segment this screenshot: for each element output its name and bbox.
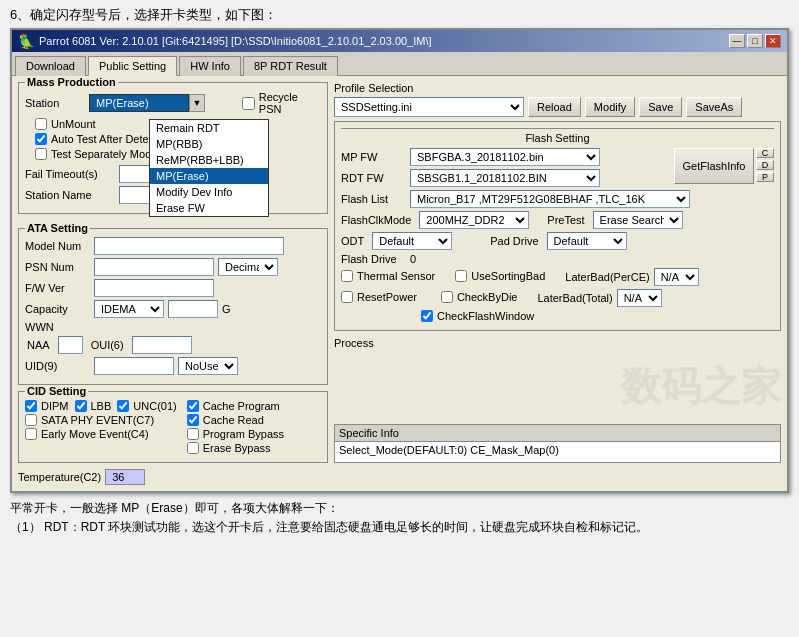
uid-label: UID(9)	[25, 360, 90, 372]
model-num-input[interactable]: TEAM SSD GT1-240GB	[94, 237, 284, 255]
pretest-select[interactable]: Erase Search	[593, 211, 683, 229]
odt-padrive-row: ODT Default Pad Drive Default	[341, 232, 774, 250]
process-label: Process	[334, 337, 781, 349]
check-by-die-checkbox[interactable]	[441, 291, 453, 303]
dipm-checkbox[interactable]	[25, 400, 37, 412]
dropdown-item-modify-dev[interactable]: Modify Dev Info	[150, 184, 268, 200]
side-btn-d[interactable]: D	[756, 160, 774, 170]
later-bad-per-ce: LaterBad(PerCE) N/A	[565, 268, 698, 286]
modify-button[interactable]: Modify	[585, 97, 635, 117]
thermal-sensor-label: Thermal Sensor	[357, 270, 435, 282]
rdt-fw-select[interactable]: SBSGB1.1_20181102.BIN	[410, 169, 600, 187]
save-as-button[interactable]: SaveAs	[686, 97, 742, 117]
page-wrapper: 6、确定闪存型号后，选择开卡类型，如下图： 🦜 Parrot 6081 Ver:…	[0, 0, 799, 543]
erase-bypass-checkbox[interactable]	[187, 442, 199, 454]
pad-drive-select[interactable]: Default	[547, 232, 627, 250]
station-dropdown-menu: Remain RDT MP(RBB) ReMP(RBB+LBB) MP(Eras…	[149, 119, 269, 217]
unmount-checkbox[interactable]	[35, 118, 47, 130]
lbb-label: LBB	[91, 400, 112, 412]
profile-select[interactable]: SSDSetting.ini	[334, 97, 524, 117]
dropdown-item-erase-fw[interactable]: Erase FW	[150, 200, 268, 216]
early-move-checkbox[interactable]	[25, 428, 37, 440]
save-button[interactable]: Save	[639, 97, 682, 117]
fw-ver-input[interactable]: SBFMBA.3	[94, 279, 214, 297]
mp-fw-select[interactable]: SBFGBA.3_20181102.bin	[410, 148, 600, 166]
cid-settings-group: CID Setting DIPM LBB UNC(01)	[18, 391, 328, 463]
reset-power-checkbox[interactable]	[341, 291, 353, 303]
dropdown-item-mp-erase[interactable]: MP(Erase)	[150, 168, 268, 184]
fail-timeout-label: Fail Timeout(s)	[25, 168, 115, 180]
psn-num-input[interactable]: AA2419460011	[94, 258, 214, 276]
get-flash-info-button[interactable]: GetFlashInfo	[674, 148, 754, 184]
minimize-button[interactable]: —	[729, 34, 745, 48]
station-select-wrapper: MP(Erase) ▼ Remain RDT MP(RBB) ReMP(RBB+…	[89, 94, 205, 112]
station-dropdown-display[interactable]: MP(Erase) ▼	[89, 94, 205, 112]
later-bad-total-select[interactable]: N/A	[617, 289, 662, 307]
recycle-psn-checkbox[interactable]	[242, 97, 255, 110]
station-dropdown-arrow[interactable]: ▼	[189, 94, 205, 112]
cache-read-checkbox[interactable]	[187, 414, 199, 426]
flash-clk-select[interactable]: 200MHZ_DDR2	[419, 211, 529, 229]
profile-selection-title: Profile Selection	[334, 82, 781, 94]
early-move-row: Early Move Event(C4)	[25, 428, 177, 440]
flash-list-row: Flash List Micron_B17 ,MT29F512G08EBHAF …	[341, 190, 774, 208]
check-flash-window-checkbox[interactable]	[421, 310, 433, 322]
lbb-checkbox[interactable]	[75, 400, 87, 412]
capacity-label: Capacity	[25, 303, 90, 315]
use-sorting-bad-checkbox[interactable]	[455, 270, 467, 282]
side-btn-c[interactable]: C	[756, 148, 774, 158]
psn-num-label: PSN Num	[25, 261, 90, 273]
program-bypass-checkbox[interactable]	[187, 428, 199, 440]
temperature-value: 36	[105, 469, 145, 485]
uid-input[interactable]: 000000000	[94, 357, 174, 375]
capacity-unit: G	[222, 303, 231, 315]
nouse-select[interactable]: NoUse	[178, 357, 238, 375]
fw-ver-label: F/W Ver	[25, 282, 90, 294]
watermark: 数码之家	[334, 359, 781, 414]
cache-program-checkbox[interactable]	[187, 400, 199, 412]
check-flash-window-label: CheckFlashWindow	[437, 310, 534, 322]
reset-power-check-die-row: ResetPower CheckByDie LaterBad(Total) N/…	[341, 289, 774, 307]
flash-setting-group: Flash Setting MP FW SBFGBA.3_20181102.bi…	[334, 121, 781, 331]
reload-button[interactable]: Reload	[528, 97, 581, 117]
temperature-label: Temperature(C2)	[18, 471, 101, 483]
thermal-sensor-row: Thermal Sensor	[341, 270, 435, 282]
unc01-checkbox[interactable]	[117, 400, 129, 412]
cid-right-checkboxes: Cache Program Cache Read Program Bypass	[187, 400, 284, 456]
capacity-dropdown[interactable]: IDEMA	[94, 300, 164, 318]
watermark-text: 数码之家	[621, 359, 781, 414]
capacity-input[interactable]: 240	[168, 300, 218, 318]
naa-input[interactable]: 0	[58, 336, 83, 354]
psn-format-select[interactable]: Decimal	[218, 258, 278, 276]
later-bad-per-ce-select[interactable]: N/A	[654, 268, 699, 286]
profile-row: SSDSetting.ini Reload Modify Save SaveAs	[334, 97, 781, 117]
auto-test-checkbox[interactable]	[35, 133, 47, 145]
dropdown-item-mp-rbb[interactable]: MP(RBB)	[150, 136, 268, 152]
tab-public-setting[interactable]: Public Setting	[88, 56, 177, 76]
mp-fw-row: MP FW SBFGBA.3_20181102.bin	[341, 148, 670, 166]
mass-production-group: Mass Production Station MP(Erase) ▼ Rema…	[18, 82, 328, 214]
oui-input[interactable]: 000000	[132, 336, 192, 354]
thermal-sensor-checkbox[interactable]	[341, 270, 353, 282]
naa-row: NAA 0 OUI(6) 000000	[27, 336, 321, 354]
later-bad-per-ce-label: LaterBad(PerCE)	[565, 271, 649, 283]
station-selected-value: MP(Erase)	[89, 94, 189, 112]
sata-phy-checkbox[interactable]	[25, 414, 37, 426]
test-separately-checkbox[interactable]	[35, 148, 47, 160]
pretest-label: PreTest	[547, 214, 584, 226]
psn-num-row: PSN Num AA2419460011 Decimal	[25, 258, 321, 276]
tab-hw-info[interactable]: HW Info	[179, 56, 241, 76]
dropdown-item-remp[interactable]: ReMP(RBB+LBB)	[150, 152, 268, 168]
maximize-button[interactable]: □	[747, 34, 763, 48]
odt-select[interactable]: Default	[372, 232, 452, 250]
tab-8p-rdt-result[interactable]: 8P RDT Result	[243, 56, 338, 76]
flash-list-select[interactable]: Micron_B17 ,MT29F512G08EBHAF ,TLC_16K	[410, 190, 690, 208]
dropdown-item-remain-rdt[interactable]: Remain RDT	[150, 120, 268, 136]
close-button[interactable]: ✕	[765, 34, 781, 48]
early-move-label: Early Move Event(C4)	[41, 428, 149, 440]
flash-list-label: Flash List	[341, 193, 406, 205]
later-bad-total: LaterBad(Total) N/A	[537, 289, 661, 307]
side-btn-p[interactable]: P	[756, 172, 774, 182]
tab-download[interactable]: Download	[15, 56, 86, 76]
program-bypass-label: Program Bypass	[203, 428, 284, 440]
